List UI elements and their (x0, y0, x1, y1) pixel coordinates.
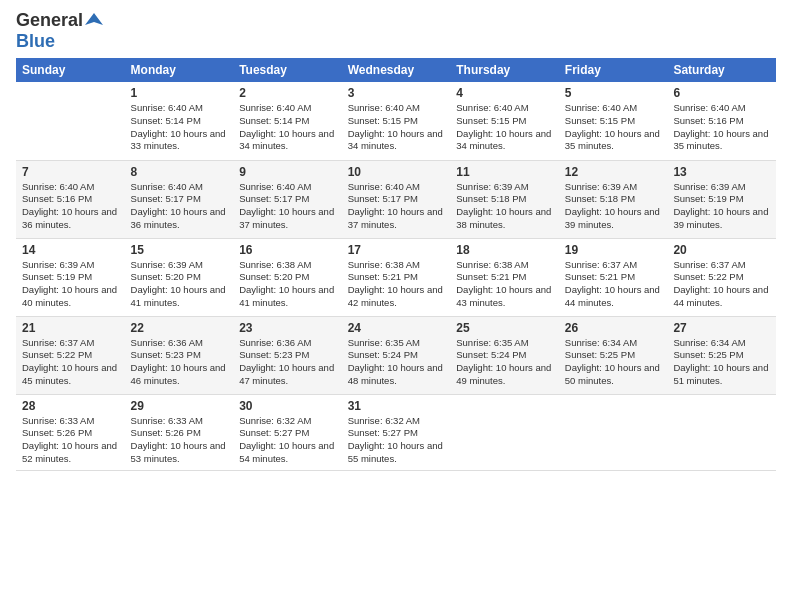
day-number: 19 (565, 243, 662, 257)
day-info: Sunrise: 6:40 AM Sunset: 5:16 PM Dayligh… (22, 181, 119, 232)
day-cell: 14Sunrise: 6:39 AM Sunset: 5:19 PM Dayli… (16, 238, 125, 316)
day-number: 12 (565, 165, 662, 179)
day-number: 2 (239, 86, 336, 100)
day-cell: 26Sunrise: 6:34 AM Sunset: 5:25 PM Dayli… (559, 316, 668, 394)
day-cell: 11Sunrise: 6:39 AM Sunset: 5:18 PM Dayli… (450, 160, 559, 238)
day-number: 25 (456, 321, 553, 335)
day-cell: 15Sunrise: 6:39 AM Sunset: 5:20 PM Dayli… (125, 238, 234, 316)
day-info: Sunrise: 6:33 AM Sunset: 5:26 PM Dayligh… (131, 415, 228, 466)
day-number: 30 (239, 399, 336, 413)
day-info: Sunrise: 6:40 AM Sunset: 5:17 PM Dayligh… (131, 181, 228, 232)
day-number: 6 (673, 86, 770, 100)
day-header-monday: Monday (125, 58, 234, 82)
day-info: Sunrise: 6:37 AM Sunset: 5:22 PM Dayligh… (22, 337, 119, 388)
day-cell (667, 394, 776, 470)
day-info: Sunrise: 6:35 AM Sunset: 5:24 PM Dayligh… (456, 337, 553, 388)
header-row: SundayMondayTuesdayWednesdayThursdayFrid… (16, 58, 776, 82)
day-number: 27 (673, 321, 770, 335)
day-info: Sunrise: 6:40 AM Sunset: 5:15 PM Dayligh… (456, 102, 553, 153)
day-info: Sunrise: 6:37 AM Sunset: 5:21 PM Dayligh… (565, 259, 662, 310)
calendar-container: General Blue SundayMondayTuesdayWednesda… (0, 0, 792, 481)
day-number: 11 (456, 165, 553, 179)
day-info: Sunrise: 6:35 AM Sunset: 5:24 PM Dayligh… (348, 337, 445, 388)
day-number: 29 (131, 399, 228, 413)
day-cell: 23Sunrise: 6:36 AM Sunset: 5:23 PM Dayli… (233, 316, 342, 394)
day-info: Sunrise: 6:40 AM Sunset: 5:15 PM Dayligh… (348, 102, 445, 153)
header: General Blue (16, 10, 776, 52)
day-number: 9 (239, 165, 336, 179)
day-header-sunday: Sunday (16, 58, 125, 82)
day-cell: 25Sunrise: 6:35 AM Sunset: 5:24 PM Dayli… (450, 316, 559, 394)
logo-blue: Blue (16, 31, 55, 51)
day-number: 26 (565, 321, 662, 335)
day-info: Sunrise: 6:40 AM Sunset: 5:16 PM Dayligh… (673, 102, 770, 153)
day-info: Sunrise: 6:36 AM Sunset: 5:23 PM Dayligh… (239, 337, 336, 388)
day-cell: 8Sunrise: 6:40 AM Sunset: 5:17 PM Daylig… (125, 160, 234, 238)
day-cell: 12Sunrise: 6:39 AM Sunset: 5:18 PM Dayli… (559, 160, 668, 238)
day-cell: 30Sunrise: 6:32 AM Sunset: 5:27 PM Dayli… (233, 394, 342, 470)
day-cell: 16Sunrise: 6:38 AM Sunset: 5:20 PM Dayli… (233, 238, 342, 316)
day-cell: 28Sunrise: 6:33 AM Sunset: 5:26 PM Dayli… (16, 394, 125, 470)
calendar-table: SundayMondayTuesdayWednesdayThursdayFrid… (16, 58, 776, 471)
logo-general: General (16, 10, 83, 31)
day-info: Sunrise: 6:38 AM Sunset: 5:21 PM Dayligh… (348, 259, 445, 310)
day-info: Sunrise: 6:40 AM Sunset: 5:17 PM Dayligh… (239, 181, 336, 232)
day-info: Sunrise: 6:39 AM Sunset: 5:19 PM Dayligh… (673, 181, 770, 232)
day-number: 14 (22, 243, 119, 257)
day-cell: 5Sunrise: 6:40 AM Sunset: 5:15 PM Daylig… (559, 82, 668, 160)
day-number: 8 (131, 165, 228, 179)
day-cell (16, 82, 125, 160)
day-number: 21 (22, 321, 119, 335)
day-cell: 22Sunrise: 6:36 AM Sunset: 5:23 PM Dayli… (125, 316, 234, 394)
day-cell: 24Sunrise: 6:35 AM Sunset: 5:24 PM Dayli… (342, 316, 451, 394)
day-info: Sunrise: 6:32 AM Sunset: 5:27 PM Dayligh… (348, 415, 445, 466)
day-number: 1 (131, 86, 228, 100)
week-row-3: 14Sunrise: 6:39 AM Sunset: 5:19 PM Dayli… (16, 238, 776, 316)
day-info: Sunrise: 6:32 AM Sunset: 5:27 PM Dayligh… (239, 415, 336, 466)
day-info: Sunrise: 6:39 AM Sunset: 5:18 PM Dayligh… (456, 181, 553, 232)
day-header-thursday: Thursday (450, 58, 559, 82)
day-number: 17 (348, 243, 445, 257)
day-header-tuesday: Tuesday (233, 58, 342, 82)
day-header-wednesday: Wednesday (342, 58, 451, 82)
logo-bird-icon (85, 11, 103, 29)
day-number: 13 (673, 165, 770, 179)
day-cell: 29Sunrise: 6:33 AM Sunset: 5:26 PM Dayli… (125, 394, 234, 470)
day-cell: 17Sunrise: 6:38 AM Sunset: 5:21 PM Dayli… (342, 238, 451, 316)
day-info: Sunrise: 6:39 AM Sunset: 5:18 PM Dayligh… (565, 181, 662, 232)
day-cell: 7Sunrise: 6:40 AM Sunset: 5:16 PM Daylig… (16, 160, 125, 238)
day-cell: 31Sunrise: 6:32 AM Sunset: 5:27 PM Dayli… (342, 394, 451, 470)
week-row-4: 21Sunrise: 6:37 AM Sunset: 5:22 PM Dayli… (16, 316, 776, 394)
day-info: Sunrise: 6:39 AM Sunset: 5:19 PM Dayligh… (22, 259, 119, 310)
day-number: 24 (348, 321, 445, 335)
day-number: 15 (131, 243, 228, 257)
day-info: Sunrise: 6:36 AM Sunset: 5:23 PM Dayligh… (131, 337, 228, 388)
day-cell: 3Sunrise: 6:40 AM Sunset: 5:15 PM Daylig… (342, 82, 451, 160)
week-row-2: 7Sunrise: 6:40 AM Sunset: 5:16 PM Daylig… (16, 160, 776, 238)
day-number: 23 (239, 321, 336, 335)
day-cell: 19Sunrise: 6:37 AM Sunset: 5:21 PM Dayli… (559, 238, 668, 316)
day-info: Sunrise: 6:37 AM Sunset: 5:22 PM Dayligh… (673, 259, 770, 310)
day-number: 3 (348, 86, 445, 100)
day-info: Sunrise: 6:38 AM Sunset: 5:21 PM Dayligh… (456, 259, 553, 310)
day-cell: 21Sunrise: 6:37 AM Sunset: 5:22 PM Dayli… (16, 316, 125, 394)
day-number: 20 (673, 243, 770, 257)
day-cell: 18Sunrise: 6:38 AM Sunset: 5:21 PM Dayli… (450, 238, 559, 316)
day-cell (559, 394, 668, 470)
day-info: Sunrise: 6:40 AM Sunset: 5:17 PM Dayligh… (348, 181, 445, 232)
day-cell: 9Sunrise: 6:40 AM Sunset: 5:17 PM Daylig… (233, 160, 342, 238)
day-cell: 1Sunrise: 6:40 AM Sunset: 5:14 PM Daylig… (125, 82, 234, 160)
day-info: Sunrise: 6:39 AM Sunset: 5:20 PM Dayligh… (131, 259, 228, 310)
day-info: Sunrise: 6:38 AM Sunset: 5:20 PM Dayligh… (239, 259, 336, 310)
day-info: Sunrise: 6:34 AM Sunset: 5:25 PM Dayligh… (565, 337, 662, 388)
day-number: 16 (239, 243, 336, 257)
day-info: Sunrise: 6:40 AM Sunset: 5:14 PM Dayligh… (131, 102, 228, 153)
day-number: 5 (565, 86, 662, 100)
logo: General Blue (16, 10, 103, 52)
day-cell (450, 394, 559, 470)
day-number: 22 (131, 321, 228, 335)
day-number: 7 (22, 165, 119, 179)
day-cell: 2Sunrise: 6:40 AM Sunset: 5:14 PM Daylig… (233, 82, 342, 160)
day-cell: 27Sunrise: 6:34 AM Sunset: 5:25 PM Dayli… (667, 316, 776, 394)
day-number: 31 (348, 399, 445, 413)
